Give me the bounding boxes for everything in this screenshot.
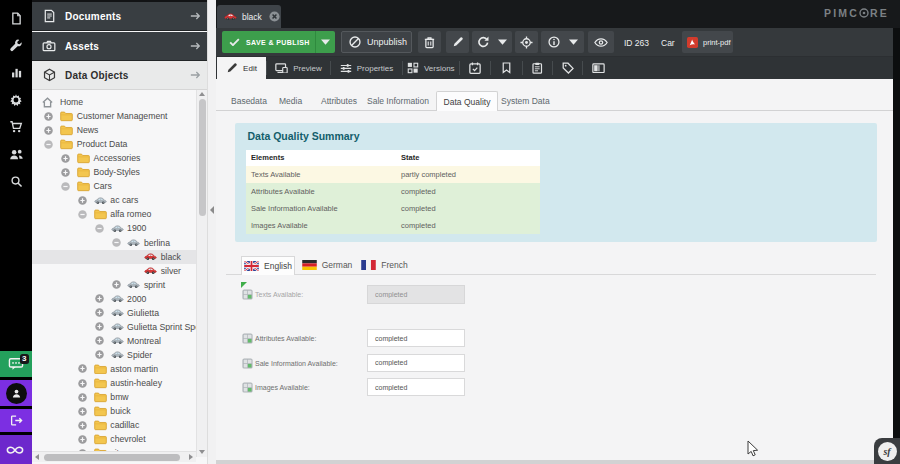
accordion-header-data-objects[interactable]: Data Objects [32,61,207,90]
scroll-right-icon[interactable] [189,454,193,460]
pencil-button[interactable] [446,31,469,53]
tree-node-buick[interactable]: buick [32,404,197,418]
target-button[interactable] [515,31,538,53]
panel-tab-clipboard[interactable] [523,57,552,79]
tab-black[interactable]: black [217,5,281,28]
tree-node-berlina[interactable]: berlina [32,236,197,250]
field-input[interactable] [367,354,465,372]
tree-node-montreal[interactable]: Montreal [32,334,197,348]
field-input[interactable] [367,329,465,347]
tree-node-alfa-romeo[interactable]: alfa romeo [32,207,197,221]
scroll-left-icon[interactable] [35,454,39,460]
panel-tab-preview[interactable]: Preview [267,57,330,79]
expand-icon[interactable] [78,435,87,444]
tree-node-bmw[interactable]: bmw [32,390,197,404]
content-tab-system-data[interactable]: System Data [501,79,550,111]
scroll-down-icon[interactable] [199,450,205,454]
unpublish-button[interactable]: Unpublish [341,31,412,53]
horizontal-scroll-thumb[interactable] [44,454,180,461]
rail-cart-icon[interactable] [0,114,32,141]
field-input[interactable] [367,378,465,396]
caret-down-icon[interactable] [498,39,507,45]
panel-tab-versions[interactable]: Versions [403,57,459,79]
tree-horizontal-scrollbar[interactable] [32,451,196,462]
scroll-up-icon[interactable] [199,92,205,96]
expand-icon[interactable] [61,154,70,163]
content-tab-data-quality[interactable]: Data Quality [436,91,498,111]
expand-icon[interactable] [61,168,70,177]
expand-icon[interactable] [78,407,87,416]
close-tab-icon[interactable] [269,11,280,22]
refresh-button[interactable] [472,31,512,53]
tree-node-1900[interactable]: 1900 [32,221,197,235]
content-tab-basedata[interactable]: Basedata [231,79,267,111]
tree-node-cadillac[interactable]: cadillac [32,418,197,432]
save-dropdown-arrow[interactable] [315,31,335,53]
rail-tile-pimcore-logo-icon[interactable] [0,435,32,464]
field-input[interactable] [367,285,465,304]
rail-tile-logout-icon[interactable] [0,409,32,432]
tree-node-silver[interactable]: silver [32,264,197,278]
vertical-scroll-thumb[interactable] [199,99,206,216]
rail-search-icon[interactable] [0,168,32,195]
tree-node-accessories[interactable]: Accessories [32,151,197,165]
trash-button[interactable] [418,31,441,53]
content-tab-attributes[interactable]: Attributes [321,79,357,111]
tree-node-ac-cars[interactable]: ac cars [32,193,197,207]
sidebar-splitter[interactable] [207,0,216,464]
expand-icon[interactable] [112,280,121,289]
tree-node-giulietta[interactable]: Giulietta [32,306,197,320]
collapse-icon[interactable] [112,238,121,247]
expand-icon[interactable] [95,322,104,331]
tree-node-black[interactable]: black [32,250,197,264]
tree-node-home[interactable]: Home [32,95,197,109]
content-tab-media[interactable]: Media [279,79,302,111]
print-pdf-button[interactable]: print-pdf [682,31,733,53]
tree-node-body-styles[interactable]: Body-Styles [32,165,197,179]
expand-icon[interactable] [44,112,53,121]
language-tab-english[interactable]: English [241,256,295,275]
rail-wrench-icon[interactable] [0,32,32,59]
caret-down-icon[interactable] [569,39,578,45]
rail-file-icon[interactable] [0,5,32,32]
rail-tile-person-icon[interactable] [0,380,32,406]
expand-icon[interactable] [78,196,87,205]
expand-icon[interactable] [78,379,87,388]
language-tab-german[interactable]: German [299,256,355,275]
info-button[interactable] [541,31,584,53]
tree-node-chevrolet[interactable]: chevrolet [32,432,197,446]
rail-users-icon[interactable] [0,141,32,168]
eye-button[interactable] [588,31,614,53]
tree-node-product-data[interactable]: Product Data [32,137,197,151]
panel-tab-properties[interactable]: Properties [331,57,402,79]
language-tab-french[interactable]: French [359,256,410,275]
tree-node-cars[interactable]: Cars [32,179,197,193]
panel-tab-edit[interactable]: Edit [217,57,266,79]
content-tab-sale-information[interactable]: Sale Information [367,79,429,111]
expand-icon[interactable] [95,308,104,317]
tree-node-austin-healey[interactable]: austin-healey [32,376,197,390]
collapse-icon[interactable] [61,182,70,191]
rail-gear-icon[interactable] [0,86,32,113]
expand-icon[interactable] [78,364,87,373]
tree-vertical-scrollbar[interactable] [196,89,207,457]
accordion-header-documents[interactable]: Documents [32,2,207,31]
symfony-profiler-button[interactable]: sf [874,438,900,464]
panel-tab-panel[interactable] [583,57,614,79]
accordion-header-assets[interactable]: Assets [32,32,207,61]
expand-icon[interactable] [78,393,87,402]
tree-node-news[interactable]: News [32,123,197,137]
collapse-arrow-icon[interactable] [210,206,214,214]
tree-node-2000[interactable]: 2000 [32,292,197,306]
expand-icon[interactable] [44,126,53,135]
expand-icon[interactable] [95,336,104,345]
expand-icon[interactable] [95,294,104,303]
tree-node-sprint[interactable]: sprint [32,278,197,292]
panel-tab-bookmark[interactable] [491,57,522,79]
panel-tab-tag[interactable] [553,57,582,79]
rail-tile-chat-icon[interactable]: 3 [0,351,32,377]
rail-chart-icon[interactable] [0,59,32,86]
tree-node-spider[interactable]: Spider [32,348,197,362]
tree-node-gulietta-sprint-specia[interactable]: Gulietta Sprint Specia [32,320,197,334]
expand-icon[interactable] [78,421,87,430]
